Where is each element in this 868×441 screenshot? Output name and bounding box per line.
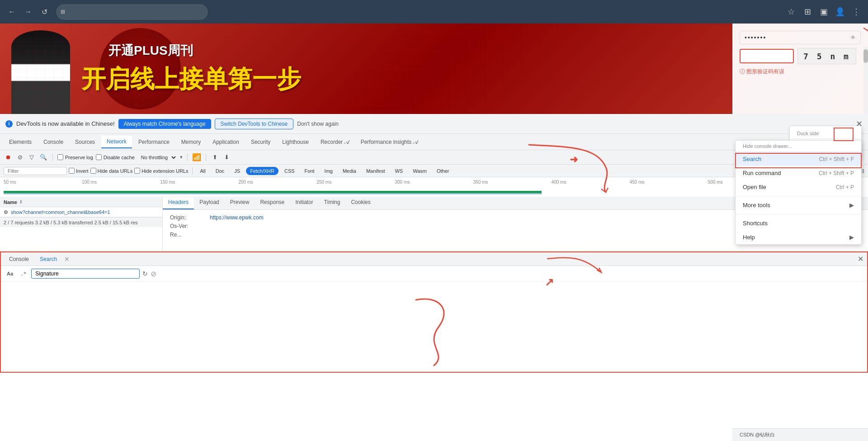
tl-200ms: 200 ms [238, 180, 316, 185]
context-menu-search[interactable]: Search Ctrl + Shift + F [736, 152, 861, 166]
invert-checkbox[interactable] [69, 168, 75, 174]
filter-all[interactable]: All [196, 167, 210, 175]
search-clear-button[interactable]: ⊘ [151, 270, 156, 278]
captcha-input[interactable]: jab7 [740, 49, 794, 63]
search-results-area [1, 282, 867, 372]
scrollbar-thumb[interactable] [863, 49, 868, 63]
filter-doc[interactable]: Doc [212, 167, 229, 175]
hide-data-urls-checkbox[interactable] [90, 168, 96, 174]
context-menu-open-file[interactable]: Open file Ctrl + P [736, 180, 861, 194]
bottom-tab-search[interactable]: Search [35, 254, 61, 264]
timeline-green-bar [4, 191, 542, 193]
sidebar-icon[interactable]: ▣ [817, 5, 830, 18]
filter-input[interactable] [4, 167, 67, 175]
detail-tab-cookies[interactable]: Cookies [345, 197, 376, 209]
password-field-container: ••••••• 👁 [740, 31, 861, 44]
filter-ws[interactable]: WS [391, 167, 407, 175]
throttling-select[interactable]: No throttling [137, 153, 177, 161]
tab-sources[interactable]: Sources [70, 136, 100, 148]
eye-icon[interactable]: 👁 [850, 34, 856, 41]
filter-css[interactable]: CSS [280, 167, 299, 175]
context-menu-more-tools[interactable]: More tools ▶ [736, 198, 861, 212]
case-sensitive-button[interactable]: Aa [5, 270, 15, 278]
preserve-log-label[interactable]: Preserve log [57, 154, 93, 160]
search-button[interactable]: 🔍 [39, 153, 48, 162]
run-command-label: Run command [743, 170, 781, 176]
tl-350ms: 350 ms [473, 180, 552, 185]
detail-tab-preview[interactable]: Preview [225, 197, 255, 209]
import-button[interactable]: ⬆ [211, 153, 220, 162]
origin-key: Origin: [170, 213, 206, 222]
tab-security[interactable]: Security [245, 136, 276, 148]
tl-250ms: 250 ms [316, 180, 395, 185]
tab-application[interactable]: Application [207, 136, 245, 148]
page-scrollbar[interactable] [863, 47, 868, 114]
record-button[interactable]: ⏺ [4, 153, 13, 162]
menu-icon[interactable]: ⋮ [850, 5, 863, 18]
filter-fetch-xhr[interactable]: Fetch/XHR [246, 167, 278, 175]
filter-media[interactable]: Media [339, 167, 360, 175]
dont-show-button[interactable]: Don't show again [297, 121, 339, 127]
dock-side-header: Dock side [790, 129, 861, 139]
hide-ext-urls-checkbox[interactable] [134, 168, 140, 174]
timeline-blue-line [4, 194, 542, 194]
table-row[interactable]: ⚙ show?channel=common_channel&base64=1 [0, 207, 162, 217]
bookmark-icon[interactable]: ☆ [785, 5, 797, 18]
captcha-image[interactable]: 7 5 n m [797, 48, 856, 64]
search-label: Search [743, 156, 761, 162]
back-button[interactable]: ← [5, 5, 18, 18]
regex-button[interactable]: .* [18, 270, 28, 278]
forward-button[interactable]: → [22, 5, 34, 18]
preserve-log-checkbox[interactable] [57, 154, 63, 160]
tab-elements[interactable]: Elements [4, 136, 37, 148]
filter-img[interactable]: Img [321, 167, 337, 175]
tab-performance-insights[interactable]: Performance insights 𝒜 [355, 136, 423, 148]
tl-450ms: 450 ms [630, 180, 708, 185]
filter-js[interactable]: JS [230, 167, 244, 175]
tab-lighthouse[interactable]: Lighthouse [277, 136, 314, 148]
detail-tab-timing[interactable]: Timing [319, 197, 346, 209]
context-menu-shortcuts[interactable]: Shortcuts [736, 216, 861, 230]
disable-cache-checkbox[interactable] [96, 154, 102, 160]
wifi-icon[interactable]: 📶 [192, 153, 201, 161]
match-language-button[interactable]: Always match Chrome's language [118, 119, 211, 129]
search-input[interactable] [31, 269, 140, 279]
detail-tab-payload[interactable]: Payload [194, 197, 224, 209]
export-button[interactable]: ⬇ [222, 153, 231, 162]
tab-memory[interactable]: Memory [176, 136, 206, 148]
filter-other[interactable]: Other [433, 167, 453, 175]
error-message: ⓘ 图形验证码有误 [740, 68, 861, 76]
hide-ext-urls-label[interactable]: Hide extension URLs [134, 168, 188, 174]
clear-button[interactable]: ⊘ [15, 153, 24, 162]
context-menu-help[interactable]: Help ▶ [736, 230, 861, 244]
tab-console[interactable]: Console [38, 136, 69, 148]
context-menu-hide-console[interactable]: Hide console drawer... [736, 141, 861, 152]
detail-tab-initiator[interactable]: Initiator [290, 197, 318, 209]
address-bar[interactable]: epwk.com/login.html [68, 6, 203, 18]
banner-sub-text: 开通PLUS周刊 [108, 42, 488, 59]
filter-icon-button[interactable]: ▽ [27, 153, 36, 162]
filter-font[interactable]: Font [301, 167, 319, 175]
filter-manifest[interactable]: Manifest [362, 167, 389, 175]
banner-main-text: 开启线上接单第一步 [81, 63, 488, 96]
bottom-tab-console[interactable]: Console [5, 254, 33, 264]
reload-button[interactable]: ↺ [38, 5, 51, 18]
tl-400ms: 400 ms [552, 180, 630, 185]
switch-chinese-button[interactable]: Switch DevTools to Chinese [215, 119, 294, 129]
tab-performance[interactable]: Performance [133, 136, 175, 148]
hide-data-urls-label[interactable]: Hide data URLs [90, 168, 133, 174]
profile-icon[interactable]: 👤 [834, 5, 846, 18]
detail-tab-response[interactable]: Response [255, 197, 290, 209]
disable-cache-label[interactable]: Disable cache [96, 154, 135, 160]
search-refresh-button[interactable]: ↻ [142, 270, 148, 277]
detail-tab-headers[interactable]: Headers [163, 197, 194, 209]
extension-icon[interactable]: ⊞ [801, 5, 814, 18]
search-tab-close[interactable]: ✕ [64, 256, 70, 263]
tab-network[interactable]: Network [101, 136, 132, 148]
invert-label[interactable]: Invert [69, 168, 89, 174]
context-menu-run-command[interactable]: Run command Ctrl + Shift + P [736, 166, 861, 180]
tab-recorder[interactable]: Recorder 𝒜 [315, 136, 354, 148]
bottom-panel-close[interactable]: ✕ [858, 255, 863, 263]
filter-wasm[interactable]: Wasm [409, 167, 431, 175]
notify-message: DevTools is now available in Chinese! [16, 120, 115, 127]
